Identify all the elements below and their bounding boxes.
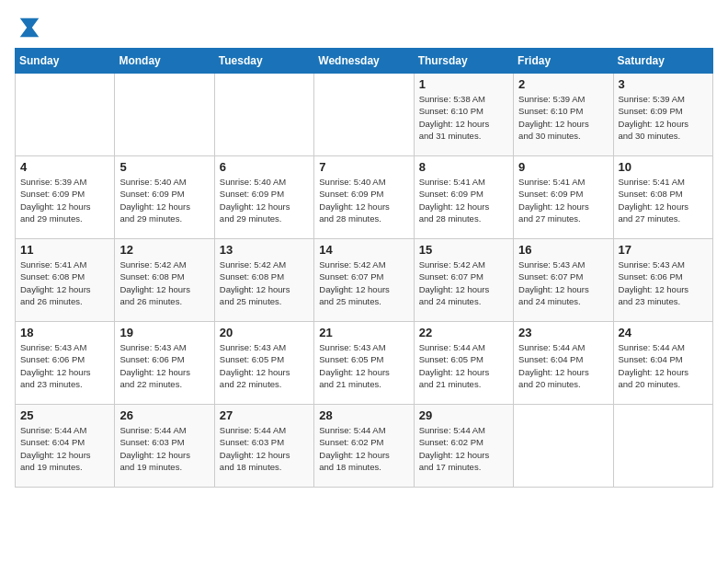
week-row-5: 25Sunrise: 5:44 AMSunset: 6:04 PMDayligh… <box>16 405 713 488</box>
day-number: 8 <box>419 160 508 174</box>
day-number: 26 <box>119 408 209 422</box>
day-number: 17 <box>619 243 708 257</box>
day-cell: 23Sunrise: 5:44 AMSunset: 6:04 PMDayligh… <box>514 322 613 405</box>
header-cell-saturday: Saturday <box>613 49 712 74</box>
day-cell: 10Sunrise: 5:41 AMSunset: 6:08 PMDayligh… <box>613 156 712 239</box>
week-row-1: 1Sunrise: 5:38 AMSunset: 6:10 PMDaylight… <box>16 74 713 156</box>
day-info: Sunrise: 5:41 AMSunset: 6:09 PMDaylight:… <box>518 176 608 224</box>
day-number: 7 <box>319 160 408 174</box>
day-cell: 16Sunrise: 5:43 AMSunset: 6:07 PMDayligh… <box>514 239 613 322</box>
header-cell-wednesday: Wednesday <box>314 49 414 74</box>
day-cell <box>16 74 115 156</box>
svg-marker-0 <box>20 18 40 38</box>
day-number: 19 <box>119 326 209 339</box>
day-info: Sunrise: 5:43 AMSunset: 6:05 PMDaylight:… <box>319 341 408 390</box>
header-row: SundayMondayTuesdayWednesdayThursdayFrid… <box>16 49 713 74</box>
calendar-table: SundayMondayTuesdayWednesdayThursdayFrid… <box>15 48 713 488</box>
day-number: 18 <box>20 326 109 339</box>
day-info: Sunrise: 5:43 AMSunset: 6:07 PMDaylight:… <box>518 259 608 307</box>
day-cell: 11Sunrise: 5:41 AMSunset: 6:08 PMDayligh… <box>16 239 115 322</box>
day-cell: 6Sunrise: 5:40 AMSunset: 6:09 PMDaylight… <box>214 156 313 239</box>
header-cell-friday: Friday <box>514 49 613 74</box>
day-info: Sunrise: 5:44 AMSunset: 6:03 PMDaylight:… <box>119 424 209 473</box>
day-cell: 22Sunrise: 5:44 AMSunset: 6:05 PMDayligh… <box>414 322 513 405</box>
week-row-4: 18Sunrise: 5:43 AMSunset: 6:06 PMDayligh… <box>16 322 713 405</box>
day-cell: 28Sunrise: 5:44 AMSunset: 6:02 PMDayligh… <box>314 405 414 488</box>
day-number: 10 <box>619 160 708 174</box>
day-cell: 19Sunrise: 5:43 AMSunset: 6:06 PMDayligh… <box>115 322 214 405</box>
day-info: Sunrise: 5:39 AMSunset: 6:10 PMDaylight:… <box>518 93 608 142</box>
day-info: Sunrise: 5:40 AMSunset: 6:09 PMDaylight:… <box>319 176 408 224</box>
day-cell: 27Sunrise: 5:44 AMSunset: 6:03 PMDayligh… <box>214 405 313 488</box>
day-cell: 17Sunrise: 5:43 AMSunset: 6:06 PMDayligh… <box>613 239 712 322</box>
day-number: 1 <box>419 77 508 91</box>
header-cell-monday: Monday <box>115 49 214 74</box>
calendar-body: 1Sunrise: 5:38 AMSunset: 6:10 PMDaylight… <box>16 74 713 488</box>
day-cell: 15Sunrise: 5:42 AMSunset: 6:07 PMDayligh… <box>414 239 513 322</box>
day-number: 11 <box>20 243 109 257</box>
day-cell: 2Sunrise: 5:39 AMSunset: 6:10 PMDaylight… <box>514 74 613 156</box>
page-header <box>15 15 713 40</box>
day-number: 13 <box>220 243 309 257</box>
day-number: 5 <box>119 160 209 174</box>
header-cell-thursday: Thursday <box>414 49 513 74</box>
day-number: 14 <box>319 243 408 257</box>
day-info: Sunrise: 5:44 AMSunset: 6:02 PMDaylight:… <box>319 424 408 473</box>
day-number: 24 <box>619 326 708 339</box>
day-info: Sunrise: 5:38 AMSunset: 6:10 PMDaylight:… <box>419 93 508 142</box>
day-info: Sunrise: 5:43 AMSunset: 6:06 PMDaylight:… <box>619 259 708 307</box>
day-number: 27 <box>220 408 309 422</box>
day-number: 2 <box>518 77 608 91</box>
day-cell: 24Sunrise: 5:44 AMSunset: 6:04 PMDayligh… <box>613 322 712 405</box>
day-info: Sunrise: 5:44 AMSunset: 6:04 PMDaylight:… <box>518 341 608 390</box>
day-cell: 4Sunrise: 5:39 AMSunset: 6:09 PMDaylight… <box>16 156 115 239</box>
day-cell: 18Sunrise: 5:43 AMSunset: 6:06 PMDayligh… <box>16 322 115 405</box>
day-cell: 20Sunrise: 5:43 AMSunset: 6:05 PMDayligh… <box>214 322 313 405</box>
day-cell: 8Sunrise: 5:41 AMSunset: 6:09 PMDaylight… <box>414 156 513 239</box>
day-number: 23 <box>518 326 608 339</box>
day-info: Sunrise: 5:43 AMSunset: 6:06 PMDaylight:… <box>20 341 109 390</box>
day-number: 21 <box>319 326 408 339</box>
day-info: Sunrise: 5:44 AMSunset: 6:02 PMDaylight:… <box>419 424 508 473</box>
day-info: Sunrise: 5:41 AMSunset: 6:08 PMDaylight:… <box>619 176 708 224</box>
day-number: 3 <box>619 77 708 91</box>
day-number: 9 <box>518 160 608 174</box>
day-cell: 21Sunrise: 5:43 AMSunset: 6:05 PMDayligh… <box>314 322 414 405</box>
day-info: Sunrise: 5:44 AMSunset: 6:04 PMDaylight:… <box>619 341 708 390</box>
day-cell: 13Sunrise: 5:42 AMSunset: 6:08 PMDayligh… <box>214 239 313 322</box>
week-row-2: 4Sunrise: 5:39 AMSunset: 6:09 PMDaylight… <box>16 156 713 239</box>
day-number: 20 <box>220 326 309 339</box>
day-number: 29 <box>419 408 508 422</box>
day-cell <box>613 405 712 488</box>
day-info: Sunrise: 5:41 AMSunset: 6:09 PMDaylight:… <box>419 176 508 224</box>
day-cell <box>115 74 214 156</box>
day-info: Sunrise: 5:43 AMSunset: 6:05 PMDaylight:… <box>220 341 309 390</box>
calendar-header: SundayMondayTuesdayWednesdayThursdayFrid… <box>16 49 713 74</box>
day-number: 12 <box>119 243 209 257</box>
day-info: Sunrise: 5:42 AMSunset: 6:07 PMDaylight:… <box>319 259 408 307</box>
day-info: Sunrise: 5:40 AMSunset: 6:09 PMDaylight:… <box>220 176 309 224</box>
day-info: Sunrise: 5:44 AMSunset: 6:03 PMDaylight:… <box>220 424 309 473</box>
day-info: Sunrise: 5:41 AMSunset: 6:08 PMDaylight:… <box>20 259 109 307</box>
day-cell <box>214 74 313 156</box>
day-cell <box>314 74 414 156</box>
day-info: Sunrise: 5:42 AMSunset: 6:08 PMDaylight:… <box>220 259 309 307</box>
day-number: 25 <box>20 408 109 422</box>
day-cell: 5Sunrise: 5:40 AMSunset: 6:09 PMDaylight… <box>115 156 214 239</box>
day-number: 15 <box>419 243 508 257</box>
day-number: 28 <box>319 408 408 422</box>
day-cell: 7Sunrise: 5:40 AMSunset: 6:09 PMDaylight… <box>314 156 414 239</box>
day-info: Sunrise: 5:42 AMSunset: 6:08 PMDaylight:… <box>119 259 209 307</box>
day-info: Sunrise: 5:42 AMSunset: 6:07 PMDaylight:… <box>419 259 508 307</box>
day-number: 6 <box>220 160 309 174</box>
day-cell <box>514 405 613 488</box>
day-number: 4 <box>20 160 109 174</box>
day-cell: 26Sunrise: 5:44 AMSunset: 6:03 PMDayligh… <box>115 405 214 488</box>
day-cell: 3Sunrise: 5:39 AMSunset: 6:09 PMDaylight… <box>613 74 712 156</box>
day-info: Sunrise: 5:44 AMSunset: 6:04 PMDaylight:… <box>20 424 109 473</box>
day-info: Sunrise: 5:40 AMSunset: 6:09 PMDaylight:… <box>119 176 209 224</box>
day-cell: 25Sunrise: 5:44 AMSunset: 6:04 PMDayligh… <box>16 405 115 488</box>
day-number: 22 <box>419 326 508 339</box>
day-cell: 12Sunrise: 5:42 AMSunset: 6:08 PMDayligh… <box>115 239 214 322</box>
header-cell-tuesday: Tuesday <box>214 49 313 74</box>
